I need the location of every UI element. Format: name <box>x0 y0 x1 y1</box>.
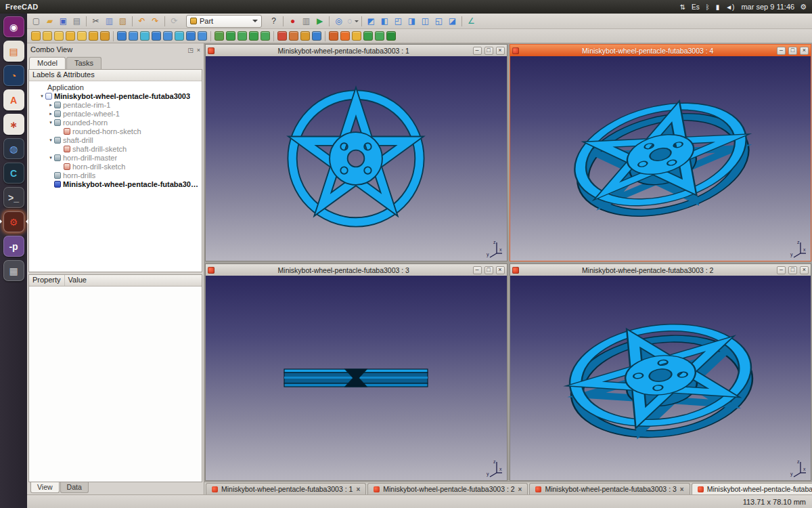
save-file-button[interactable]: ▣ <box>57 16 70 27</box>
draw-style-button[interactable]: ◌ <box>346 16 359 27</box>
part-revolve-button[interactable] <box>129 31 138 41</box>
view-front-button[interactable]: ◧ <box>378 16 391 27</box>
tree-item-miniskybot-final[interactable]: Miniskybot-wheel-pentacle-futaba3003-fin… <box>29 179 202 188</box>
refresh-button[interactable]: ⟳ <box>168 16 181 27</box>
launcher-freecad[interactable]: ⚙ <box>3 211 24 232</box>
window-title-bar[interactable]: Miniskybot-wheel-pentacle-futaba3003 : 2… <box>510 264 811 276</box>
tree-expander-icon[interactable]: ▾ <box>47 137 54 143</box>
launcher-dash-home[interactable]: ◉ <box>3 16 24 37</box>
tab-model[interactable]: Model <box>29 57 66 69</box>
part-cylinder-button[interactable] <box>43 31 52 41</box>
3d-viewport[interactable]: zxy <box>206 56 507 261</box>
part-union-button[interactable] <box>249 31 258 41</box>
viewport-window-2[interactable]: Miniskybot-wheel-pentacle-futaba3003 : 2… <box>510 263 812 481</box>
view-isometric-button[interactable]: ◩ <box>365 16 378 27</box>
view-bottom-button[interactable]: ◱ <box>432 16 445 27</box>
tree-item-pentacle-wheel-1[interactable]: ▸ pentacle-wheel-1 <box>29 109 202 118</box>
document-tab-1[interactable]: Miniskybot-wheel-pentacle-futaba3003 : 1… <box>206 483 366 494</box>
launcher-software-a[interactable]: A <box>3 89 24 110</box>
part-cross-sections-button[interactable] <box>289 31 298 41</box>
window-title-bar[interactable]: Miniskybot-wheel-pentacle-futaba3003 : 3… <box>206 264 507 276</box>
wheel-isometric-view[interactable] <box>542 299 779 458</box>
view-top-button[interactable]: ◰ <box>392 16 405 27</box>
volume-indicator-icon[interactable]: ◄) <box>725 3 734 11</box>
wheel-isometric-view[interactable] <box>542 79 779 238</box>
whats-this-button[interactable]: ? <box>267 16 280 27</box>
macro-record-button[interactable]: ● <box>286 16 299 27</box>
tree-item-pentacle-rim-1[interactable]: ▸ pentacle-rim-1 <box>29 100 202 109</box>
part-primitives-button[interactable] <box>89 31 98 41</box>
keyboard-layout-indicator[interactable]: Es <box>692 3 700 11</box>
part-mirror-button[interactable] <box>140 31 150 41</box>
minimize-button[interactable]: – <box>473 47 482 55</box>
close-panel-icon[interactable]: × <box>197 47 200 54</box>
close-button[interactable]: × <box>800 266 809 274</box>
bluetooth-indicator-icon[interactable]: ᛒ <box>706 3 710 11</box>
launcher-terminal[interactable]: >_ <box>3 187 24 208</box>
session-menu-icon[interactable]: ⚙ <box>800 3 807 12</box>
network-indicator-icon[interactable]: ⇅ <box>680 3 685 11</box>
part-sweep-button[interactable] <box>198 31 207 41</box>
window-title-bar[interactable]: Miniskybot-wheel-pentacle-futaba3003 : 1… <box>206 45 507 56</box>
restore-button[interactable]: □ <box>484 266 493 274</box>
part-section-button[interactable] <box>277 31 287 41</box>
close-tab-icon[interactable]: × <box>356 486 360 493</box>
viewport-window-3[interactable]: Miniskybot-wheel-pentacle-futaba3003 : 3… <box>205 263 508 481</box>
tree-item-horn-drills[interactable]: horn-drills <box>29 171 202 179</box>
launcher-firefox[interactable]: ◔ <box>3 65 24 86</box>
cut-button[interactable]: ✂ <box>89 16 102 27</box>
tree-expander-icon[interactable]: ▾ <box>47 120 54 125</box>
part-intersection-button[interactable] <box>261 31 270 41</box>
document-tab-3[interactable]: Miniskybot-wheel-pentacle-futaba3003 : 3… <box>529 483 690 494</box>
new-file-button[interactable]: ▢ <box>30 16 43 27</box>
3d-viewport[interactable]: zxy <box>510 276 811 480</box>
tree-item-shaft-drill[interactable]: ▾ shaft-drill <box>29 135 202 144</box>
macro-dialog-button[interactable]: ▥ <box>300 16 313 27</box>
tree-item-horn-drill-master[interactable]: ▾ horn-drill-master <box>29 153 202 162</box>
restore-button[interactable]: □ <box>788 266 797 274</box>
fit-all-button[interactable]: ◎ <box>332 16 345 27</box>
launcher-software-center[interactable]: ∗ <box>3 114 24 135</box>
print-button[interactable]: ▤ <box>70 16 83 27</box>
copy-button[interactable]: ▥ <box>103 16 116 27</box>
tree-item-application[interactable]: Application <box>29 83 202 91</box>
tree-item-miniskybot-wheel-pentacle-futaba3003[interactable]: ▾ Miniskybot-wheel-pentacle-futaba3003 <box>29 91 202 100</box>
part-boolean-button[interactable] <box>226 31 235 41</box>
part-fillet-button[interactable] <box>152 31 161 41</box>
part-involute-gear-button[interactable] <box>352 31 361 41</box>
tree-expander-icon[interactable]: ▾ <box>39 93 45 99</box>
document-tab-4[interactable]: Miniskybot-wheel-pentacle-futaba3003 : 4… <box>692 483 812 494</box>
part-points-button[interactable] <box>375 31 384 41</box>
minimize-button[interactable]: – <box>777 266 786 274</box>
tree-item-shaft-drill-sketch[interactable]: shaft-drill-sketch <box>29 144 202 153</box>
launcher-printrun[interactable]: -p <box>3 236 24 257</box>
close-button[interactable]: × <box>496 47 505 55</box>
part-loft-button[interactable] <box>186 31 196 41</box>
measure-distance-button[interactable]: ∠ <box>465 16 478 27</box>
wheel-side-view[interactable] <box>279 364 432 391</box>
part-shape2dview-button[interactable] <box>363 31 373 41</box>
minimize-button[interactable]: – <box>473 266 482 274</box>
tree-item-horn-drill-sketch[interactable]: horn-drill-sketch <box>29 162 202 171</box>
launcher-chromium[interactable]: ◍ <box>3 138 24 159</box>
document-tab-2[interactable]: Miniskybot-wheel-pentacle-futaba3003 : 2… <box>367 483 528 494</box>
part-cut-button[interactable] <box>238 31 247 41</box>
close-button[interactable]: × <box>800 47 809 55</box>
part-torus-button[interactable] <box>77 31 87 41</box>
viewport-window-1[interactable]: Miniskybot-wheel-pentacle-futaba3003 : 1… <box>205 44 508 261</box>
3d-viewport[interactable]: zxy <box>510 56 811 261</box>
part-extrude-button[interactable] <box>117 31 127 41</box>
workbench-selector[interactable]: Part <box>186 15 262 28</box>
part-sprocket-button[interactable] <box>340 31 350 41</box>
property-table-body[interactable] <box>29 287 202 482</box>
launcher-cura[interactable]: C <box>3 163 24 184</box>
restore-button[interactable]: □ <box>484 47 493 55</box>
part-migrate-button[interactable] <box>329 31 338 41</box>
part-cone-button[interactable] <box>66 31 75 41</box>
part-check-geometry-button[interactable] <box>386 31 396 41</box>
part-thickness-button[interactable] <box>312 31 321 41</box>
launcher-file-manager[interactable]: ▤ <box>3 41 24 62</box>
view-right-button[interactable]: ◨ <box>405 16 418 27</box>
part-shapebuilder-button[interactable] <box>100 31 110 41</box>
close-tab-icon[interactable]: × <box>680 486 684 493</box>
